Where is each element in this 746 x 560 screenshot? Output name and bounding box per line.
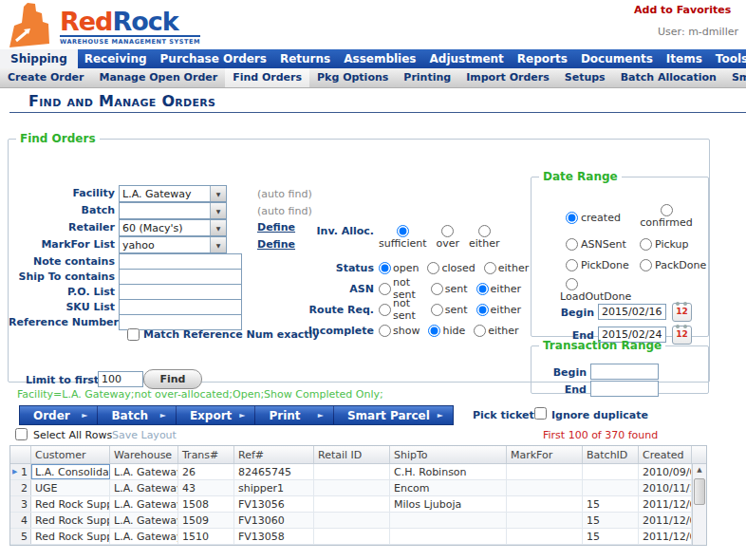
pickup-radio[interactable] bbox=[640, 238, 652, 251]
dropdown-arrow-icon[interactable]: ▼ bbox=[210, 203, 226, 218]
dropdown-arrow-icon[interactable]: ▼ bbox=[210, 237, 226, 252]
order-menu-button[interactable]: Order► bbox=[20, 406, 98, 424]
add-to-favorites-link[interactable]: Add to Favorites bbox=[634, 4, 731, 16]
packdone-radio[interactable] bbox=[640, 259, 652, 271]
date-option-asnsent[interactable]: ASNSent bbox=[566, 238, 626, 251]
col-header-shipto[interactable]: ShipTo bbox=[390, 446, 507, 463]
confirmed-radio[interactable] bbox=[661, 204, 673, 216]
nav-tab-items[interactable]: Items bbox=[660, 49, 709, 68]
radio-option-either[interactable]: either bbox=[476, 283, 521, 295]
print-menu-button[interactable]: Print► bbox=[255, 406, 333, 424]
nav-tab-returns[interactable]: Returns bbox=[273, 49, 337, 68]
ship-to-contains-input[interactable] bbox=[119, 269, 242, 285]
dropdown-arrow-icon[interactable]: ▼ bbox=[210, 220, 226, 235]
incomplete-hide-radio[interactable] bbox=[428, 325, 440, 337]
subnav-item-smart-pack[interactable]: Smart Pack bbox=[724, 68, 746, 87]
date-option-created[interactable]: created bbox=[566, 212, 621, 224]
asn-either-radio[interactable] bbox=[476, 283, 489, 295]
nav-tab-purchase-orders[interactable]: Purchase Orders bbox=[154, 49, 273, 68]
subnav-item-printing[interactable]: Printing bbox=[396, 68, 458, 87]
cell-customer[interactable]: L.A. Consolidat bbox=[31, 464, 110, 479]
retailer-select[interactable]: 60 (Macy's)▼ bbox=[119, 219, 227, 236]
dropdown-arrow-icon[interactable]: ▼ bbox=[210, 186, 226, 201]
radio-option-over[interactable]: over bbox=[437, 225, 460, 250]
radio-option-open[interactable]: open bbox=[379, 262, 419, 274]
batch-menu-button[interactable]: Batch► bbox=[98, 406, 176, 424]
col-header-rownum[interactable] bbox=[10, 446, 31, 463]
smart-parcel-menu-button[interactable]: Smart Parcel► bbox=[334, 406, 453, 424]
select-all-checkbox[interactable] bbox=[15, 428, 28, 440]
col-header-warehouse[interactable]: Warehouse bbox=[110, 446, 178, 463]
col-header-ref[interactable]: Ref# bbox=[234, 446, 314, 463]
nav-tab-shipping[interactable]: Shipping bbox=[0, 49, 78, 68]
status-closed-radio[interactable] bbox=[427, 262, 439, 274]
status-either-radio[interactable] bbox=[484, 262, 496, 274]
route-req-not-sent-radio[interactable] bbox=[379, 304, 391, 316]
table-vertical-scrollbar[interactable]: ▲ bbox=[692, 464, 706, 545]
col-header-markfor[interactable]: MarkFor bbox=[507, 446, 583, 463]
table-row[interactable]: 3Red Rock SuppL.A. Gateway1508FV13056Mil… bbox=[10, 496, 706, 513]
subnav-item-create-order[interactable]: Create Order bbox=[0, 68, 91, 87]
route-req-sent-radio[interactable] bbox=[431, 304, 443, 316]
nav-tab-reports[interactable]: Reports bbox=[511, 49, 574, 68]
subnav-item-manage-open-order[interactable]: Manage Open Order bbox=[91, 68, 225, 87]
radio-option-hide[interactable]: hide bbox=[428, 325, 465, 337]
batch-select[interactable]: ▼ bbox=[119, 202, 227, 219]
radio-option-show[interactable]: show bbox=[379, 325, 420, 337]
ignore-duplicate-checkbox[interactable] bbox=[534, 407, 547, 420]
table-row[interactable]: 5Red Rock SuppL.A. Gateway1510FV13058152… bbox=[10, 529, 706, 545]
asn-not-sent-radio[interactable] bbox=[379, 283, 391, 295]
table-row[interactable]: 2UGEL.A. Gateway43shipper1Encom2010/11/1… bbox=[10, 480, 706, 496]
radio-option-either[interactable]: either bbox=[484, 262, 529, 274]
table-row[interactable]: 4Red Rock SuppL.A. Gateway1509FV13060152… bbox=[10, 513, 706, 529]
subnav-item-find-orders[interactable]: Find Orders bbox=[225, 68, 309, 87]
p-o-list-input[interactable] bbox=[119, 284, 242, 300]
calendar-icon[interactable]: 12 bbox=[672, 303, 692, 322]
col-header-batchid[interactable]: BatchID bbox=[583, 446, 639, 463]
nav-tab-tools[interactable]: Tools bbox=[709, 49, 746, 68]
subnav-item-setups[interactable]: Setups bbox=[557, 68, 613, 87]
subnav-item-pkg-options[interactable]: Pkg Options bbox=[309, 68, 396, 87]
col-header-created[interactable]: Created bbox=[639, 446, 692, 463]
facility-select[interactable]: L.A. Gateway▼ bbox=[119, 185, 227, 202]
radio-option-sufficient[interactable]: sufficient bbox=[379, 225, 427, 250]
match-ref-checkbox[interactable] bbox=[127, 328, 140, 341]
col-header-retail-id[interactable]: Retail ID bbox=[314, 446, 390, 463]
asnsent-radio[interactable] bbox=[566, 238, 578, 251]
status-open-radio[interactable] bbox=[379, 262, 391, 274]
date-option-loadoutdone[interactable]: LoadOutDone bbox=[560, 278, 631, 303]
radio-option-closed[interactable]: closed bbox=[427, 262, 475, 274]
table-row[interactable]: ▶1L.A. ConsolidatL.A. Gateway2682465745C… bbox=[10, 464, 706, 480]
markfor-list-select[interactable]: yahoo▼ bbox=[119, 236, 227, 253]
date-begin-input[interactable] bbox=[598, 304, 666, 320]
trans-end-input[interactable] bbox=[590, 381, 659, 397]
route-req-either-radio[interactable] bbox=[476, 304, 489, 316]
date-option-pickdone[interactable]: PickDone bbox=[566, 259, 629, 271]
radio-option-either[interactable]: either bbox=[469, 225, 499, 250]
col-header-customer[interactable]: Customer bbox=[31, 446, 110, 463]
col-header-trans[interactable]: Trans# bbox=[178, 446, 234, 463]
inv-alloc-over-radio[interactable] bbox=[441, 225, 454, 237]
loadoutdone-radio[interactable] bbox=[566, 278, 578, 290]
retailer-define-link[interactable]: Define bbox=[257, 221, 295, 233]
export-menu-button[interactable]: Export► bbox=[177, 406, 256, 424]
radio-option-not-sent[interactable]: not sent bbox=[379, 297, 422, 322]
radio-option-sent[interactable]: sent bbox=[431, 283, 468, 295]
radio-option-either[interactable]: either bbox=[474, 325, 518, 337]
sku-list-input[interactable] bbox=[119, 299, 242, 315]
scrollbar-thumb[interactable] bbox=[694, 478, 705, 505]
note-contains-input[interactable] bbox=[119, 253, 242, 270]
date-option-pickup[interactable]: Pickup bbox=[640, 238, 688, 251]
nav-tab-documents[interactable]: Documents bbox=[574, 49, 660, 68]
find-button[interactable]: Find bbox=[143, 369, 202, 389]
save-layout-link[interactable]: Save Layout bbox=[112, 429, 177, 441]
date-option-confirmed[interactable]: confirmed bbox=[630, 204, 702, 229]
created-radio[interactable] bbox=[566, 212, 578, 224]
scrollbar-up-icon[interactable]: ▲ bbox=[693, 464, 706, 476]
date-option-packdone[interactable]: PackDone bbox=[640, 259, 706, 271]
nav-tab-receiving[interactable]: Receiving bbox=[78, 49, 154, 68]
nav-tab-adjustment[interactable]: Adjustment bbox=[423, 49, 511, 68]
limit-input[interactable] bbox=[98, 371, 143, 387]
inv-alloc-sufficient-radio[interactable] bbox=[397, 225, 409, 237]
asn-sent-radio[interactable] bbox=[431, 283, 443, 295]
